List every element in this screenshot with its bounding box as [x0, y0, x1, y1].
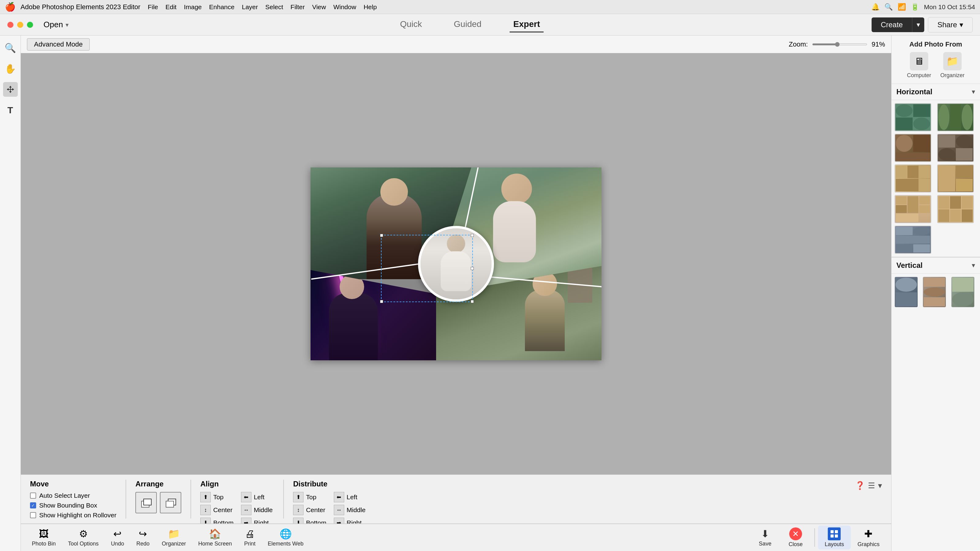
layout-thumb-3[interactable]: [894, 134, 931, 162]
type-tool[interactable]: T: [3, 103, 18, 118]
show-bounding-box-row[interactable]: ✓ Show Bounding Box: [30, 502, 116, 509]
vertical-thumb-2[interactable]: [923, 277, 946, 307]
layout-thumb-5[interactable]: [894, 164, 931, 192]
minimize-window-button[interactable]: [17, 22, 23, 28]
undo-icon: ↩: [113, 528, 122, 540]
home-screen-label: Home Screen: [198, 541, 232, 547]
expand-icon[interactable]: ▾: [878, 481, 882, 491]
distribute-left[interactable]: ⬅ Left: [334, 492, 367, 502]
graphics-icon: ✚: [862, 527, 875, 540]
layout-thumb-6[interactable]: [937, 164, 974, 192]
layout-thumb-8[interactable]: [937, 195, 974, 223]
create-button[interactable]: Create: [872, 17, 912, 32]
arrange-section: Arrange: [135, 480, 181, 513]
options-bar: Advanced Mode Zoom: 91%: [21, 35, 891, 53]
layout-thumb-4[interactable]: [937, 134, 974, 162]
layout-thumbs-grid: [891, 100, 980, 257]
distribute-middle[interactable]: ↔ Middle: [334, 505, 367, 515]
tab-quick[interactable]: Quick: [396, 17, 426, 32]
distribute-items: ⬆ Top ⬅ Left ↕ Center ↔ Middle: [293, 492, 367, 528]
list-icon[interactable]: ☰: [868, 481, 875, 491]
share-button[interactable]: Share ▾: [928, 17, 973, 32]
arrange-icon-back[interactable]: [160, 492, 181, 513]
vertical-thumbs-grid: [891, 274, 980, 310]
open-button[interactable]: Open ▾: [43, 20, 68, 29]
menu-help[interactable]: Help: [364, 3, 377, 11]
zoom-slider[interactable]: [812, 43, 867, 45]
taskbar-redo[interactable]: ↪ Redo: [130, 528, 156, 547]
taskbar-graphics[interactable]: ✚ Graphics: [851, 527, 886, 548]
create-dropdown-button[interactable]: ▾: [912, 17, 924, 32]
hand-tool[interactable]: ✋: [3, 61, 18, 76]
add-from-computer[interactable]: 🖥 Computer: [907, 52, 931, 79]
distribute-top[interactable]: ⬆ Top: [293, 492, 326, 502]
show-bounding-checkbox[interactable]: ✓: [30, 502, 36, 508]
menu-filter[interactable]: Filter: [291, 3, 305, 11]
show-highlight-row[interactable]: Show Highlight on Rollover: [30, 511, 116, 519]
vertical-thumb-1[interactable]: [894, 277, 918, 307]
horizontal-collapse-icon[interactable]: ▾: [972, 88, 975, 96]
show-highlight-checkbox[interactable]: [30, 512, 36, 518]
taskbar-print[interactable]: 🖨 Print: [238, 528, 261, 547]
distribute-middle-icon: ↔: [334, 505, 344, 515]
align-middle[interactable]: ↔ Middle: [241, 505, 274, 515]
layouts-icon: [828, 527, 841, 540]
align-left[interactable]: ⬅ Left: [241, 492, 274, 502]
tab-guided[interactable]: Guided: [450, 17, 485, 32]
search-icon[interactable]: 🔍: [885, 3, 893, 11]
taskbar-close[interactable]: ✕ Close: [780, 527, 811, 548]
taskbar-elements-web[interactable]: 🌐 Elements Web: [261, 528, 310, 547]
left-toolbar: 🔍 ✋ T: [0, 35, 21, 551]
arrange-label: Arrange: [135, 480, 181, 488]
menu-view[interactable]: View: [312, 3, 326, 11]
taskbar-layouts[interactable]: Layouts: [818, 526, 851, 549]
divider-1: [126, 480, 126, 519]
vertical-section: Vertical ▾: [891, 257, 980, 310]
apple-menu[interactable]: 🍎: [5, 2, 16, 12]
move-tool[interactable]: [3, 82, 18, 97]
auto-select-checkbox[interactable]: [30, 492, 36, 499]
auto-select-layer-row[interactable]: Auto Select Layer: [30, 492, 116, 499]
menu-image[interactable]: Image: [184, 3, 202, 11]
align-section: Align ⬆ Top ⬅ Left ↕ Center ↔: [200, 480, 274, 528]
svg-rect-5: [830, 530, 834, 533]
vertical-collapse-icon[interactable]: ▾: [972, 261, 975, 269]
layout-thumb-2[interactable]: [937, 103, 974, 131]
vertical-thumb-3[interactable]: [951, 277, 975, 307]
advanced-mode-button[interactable]: Advanced Mode: [27, 38, 90, 51]
arrange-icon-front[interactable]: [135, 492, 157, 513]
menu-layer[interactable]: Layer: [242, 3, 258, 11]
layout-thumb-1[interactable]: [894, 103, 931, 131]
layout-thumb-7[interactable]: [894, 195, 931, 223]
create-share-buttons: Create ▾ Share ▾: [872, 17, 973, 32]
align-top[interactable]: ⬆ Top: [200, 492, 234, 502]
computer-label: Computer: [907, 72, 931, 79]
taskbar-tool-options[interactable]: ⚙ Tool Options: [62, 528, 105, 547]
svg-rect-7: [830, 535, 834, 538]
taskbar-photo-bin[interactable]: 🖼 Photo Bin: [26, 528, 62, 547]
taskbar-save[interactable]: ⬇ Save: [750, 528, 780, 547]
close-label: Close: [789, 541, 803, 548]
taskbar-home-screen[interactable]: 🏠 Home Screen: [192, 528, 238, 547]
maximize-window-button[interactable]: [27, 22, 33, 28]
layout-thumb-9[interactable]: [894, 225, 931, 254]
tab-expert[interactable]: Expert: [510, 17, 544, 32]
svg-rect-2: [144, 499, 151, 505]
menu-file[interactable]: File: [148, 3, 158, 11]
menu-enhance[interactable]: Enhance: [209, 3, 235, 11]
close-window-button[interactable]: [7, 22, 13, 28]
align-middle-icon: ↔: [241, 505, 251, 515]
organizer-icon: 📁: [168, 528, 180, 540]
align-center[interactable]: ↕ Center: [200, 505, 234, 515]
distribute-center[interactable]: ↕ Center: [293, 505, 326, 515]
notification-icon[interactable]: 🔔: [871, 3, 880, 11]
add-from-organizer[interactable]: 📁 Organizer: [940, 52, 965, 79]
menu-edit[interactable]: Edit: [165, 3, 177, 11]
taskbar-organizer[interactable]: 📁 Organizer: [156, 528, 192, 547]
taskbar-undo[interactable]: ↩ Undo: [105, 528, 130, 547]
help-icon[interactable]: ❓: [855, 481, 865, 491]
menu-window[interactable]: Window: [333, 3, 356, 11]
canvas-area[interactable]: [21, 53, 891, 475]
search-tool[interactable]: 🔍: [3, 40, 18, 55]
menu-select[interactable]: Select: [265, 3, 283, 11]
